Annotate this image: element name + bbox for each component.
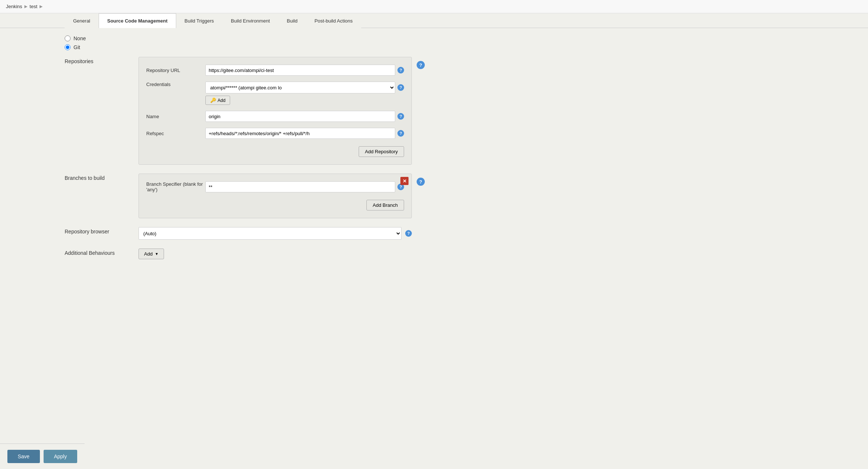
branch-help-icon[interactable]: ? [417, 178, 425, 186]
repositories-help-icon[interactable]: ? [417, 61, 425, 69]
add-repo-container: Add Repository [146, 145, 404, 157]
scm-option-git: Git [65, 44, 857, 50]
add-credentials-label: Add [218, 98, 225, 103]
repo-browser-help-icon[interactable]: ? [405, 230, 412, 237]
tab-build-triggers[interactable]: Build Triggers [176, 13, 222, 28]
tab-build[interactable]: Build [278, 13, 306, 28]
add-credentials-button[interactable]: 🔑 Add [205, 96, 230, 105]
content-area: None Git Repositories ? Repository URL ? [0, 28, 868, 275]
scm-git-label[interactable]: Git [74, 44, 80, 50]
repo-url-help-icon[interactable]: ? [397, 67, 404, 73]
repositories-label: Repositories [65, 57, 139, 165]
repositories-content: ? Repository URL ? Credentials [139, 57, 857, 165]
repo-url-input-group: ? [205, 65, 404, 76]
add-branch-container: Add Branch [146, 198, 404, 210]
add-branch-button[interactable]: Add Branch [366, 200, 404, 210]
refspec-input[interactable] [205, 128, 395, 139]
breadcrumb-sep-1: ▶ [24, 4, 27, 9]
key-icon: 🔑 [210, 97, 216, 103]
repo-browser-row: (Auto) ? [139, 227, 412, 240]
name-label: Name [146, 114, 205, 119]
name-input[interactable] [205, 111, 395, 122]
refspec-help-icon[interactable]: ? [397, 130, 404, 137]
tab-build-environment[interactable]: Build Environment [222, 13, 278, 28]
branches-label: Branches to build [65, 174, 139, 218]
repo-browser-content: (Auto) ? [139, 227, 857, 240]
repo-browser-label: Repository browser [65, 227, 139, 240]
additional-behaviours-label: Additional Behaviours [65, 249, 139, 259]
branches-section: Branches to build ✕ ? Branch Specifier (… [65, 174, 857, 218]
add-behaviour-label: Add [144, 251, 153, 257]
scm-option-none: None [65, 35, 857, 41]
branch-specifier-label: Branch Specifier (blank for 'any') [146, 181, 205, 192]
breadcrumb-test[interactable]: test [30, 4, 37, 9]
repo-url-row: Repository URL ? [146, 65, 404, 76]
scm-none-label[interactable]: None [74, 35, 86, 41]
tab-post-build-actions[interactable]: Post-build Actions [306, 13, 361, 28]
scm-git-radio[interactable] [65, 44, 71, 50]
name-row: Name ? [146, 111, 404, 122]
refspec-label: Refspec [146, 131, 205, 136]
name-help-icon[interactable]: ? [397, 113, 404, 120]
additional-behaviours-section: Additional Behaviours Add ▼ [65, 249, 857, 259]
branches-content: ✕ ? Branch Specifier (blank for 'any') ?… [139, 174, 857, 218]
branch-specifier-input[interactable] [205, 181, 395, 192]
tabs-bar: General Source Code Management Build Tri… [0, 13, 868, 28]
repository-box: ? Repository URL ? Credentials [139, 57, 412, 165]
tab-general[interactable]: General [65, 13, 99, 28]
refspec-row: Refspec ? [146, 128, 404, 139]
add-repository-button[interactable]: Add Repository [359, 146, 404, 157]
name-input-group: ? [205, 111, 404, 122]
credentials-help-icon[interactable]: ? [397, 84, 404, 91]
repositories-section: Repositories ? Repository URL ? Credenti… [65, 57, 857, 165]
credentials-row: Credentials atompi/****** (atompi gitee.… [146, 82, 404, 105]
breadcrumb-sep-2: ▶ [40, 4, 42, 9]
branch-specifier-input-group: ? [205, 181, 404, 192]
repo-url-label: Repository URL [146, 68, 205, 73]
branch-close-button[interactable]: ✕ [400, 177, 409, 185]
dropdown-arrow-icon: ▼ [155, 252, 158, 256]
credentials-select[interactable]: atompi/****** (atompi gitee.com lo [205, 82, 395, 93]
breadcrumb-jenkins[interactable]: Jenkins [6, 4, 22, 9]
branch-box: ✕ ? Branch Specifier (blank for 'any') ?… [139, 174, 412, 218]
scm-none-radio[interactable] [65, 35, 71, 41]
credentials-input-group: atompi/****** (atompi gitee.com lo ? 🔑 A… [205, 82, 404, 105]
add-behaviour-button[interactable]: Add ▼ [139, 249, 164, 259]
refspec-input-group: ? [205, 128, 404, 139]
breadcrumb: Jenkins ▶ test ▶ [0, 0, 868, 13]
credentials-label: Credentials [146, 82, 205, 87]
branch-specifier-row: Branch Specifier (blank for 'any') ? [146, 181, 404, 192]
additional-behaviours-content: Add ▼ [139, 249, 857, 259]
repo-browser-section: Repository browser (Auto) ? [65, 227, 857, 240]
scm-radio-group: None Git [65, 35, 857, 50]
repo-url-input[interactable] [205, 65, 395, 76]
tab-source-code-management[interactable]: Source Code Management [99, 13, 176, 28]
repo-browser-select[interactable]: (Auto) [139, 227, 401, 240]
